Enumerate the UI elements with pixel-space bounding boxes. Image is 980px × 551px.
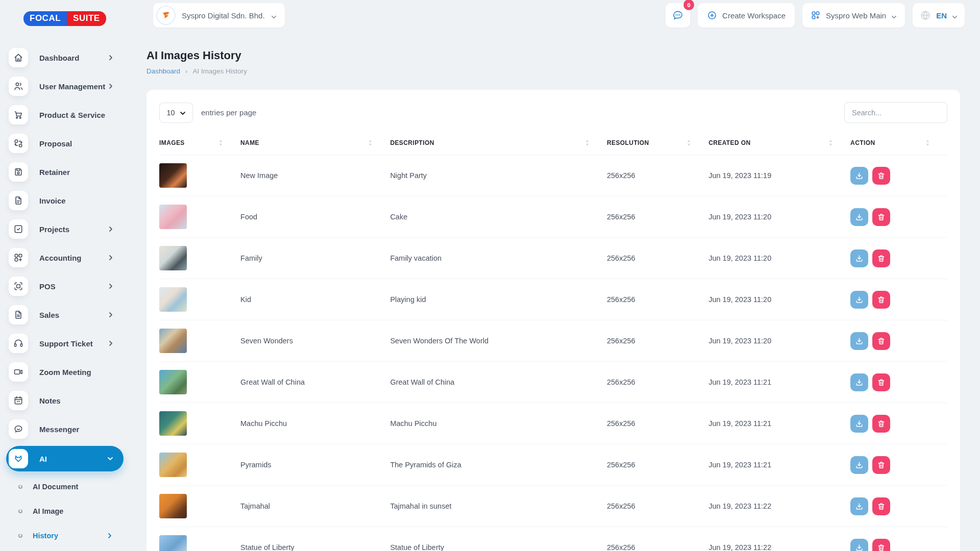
download-button[interactable] bbox=[850, 332, 868, 350]
sidebar-item-notes[interactable]: Notes bbox=[0, 386, 125, 415]
delete-button[interactable] bbox=[872, 249, 890, 267]
sidebar-item-sales[interactable]: Sales bbox=[0, 300, 125, 329]
delete-button[interactable] bbox=[872, 291, 890, 309]
sidebar-item-ai-image[interactable]: AI Image bbox=[0, 499, 125, 523]
row-thumbnail-image bbox=[159, 535, 187, 551]
sidebar-item-label: Accounting bbox=[39, 254, 82, 262]
row-created-on: Jun 19, 2023 11:21 bbox=[708, 378, 771, 386]
sidebar-icon-tile bbox=[9, 105, 28, 124]
download-icon bbox=[855, 295, 864, 304]
download-icon bbox=[855, 213, 864, 221]
bullet-icon bbox=[18, 485, 22, 489]
chevron-down-icon bbox=[180, 110, 186, 116]
sidebar-item-dashboard[interactable]: Dashboard bbox=[0, 43, 125, 72]
sidebar-item-ai[interactable]: AI bbox=[6, 446, 124, 471]
syspro-swoosh-icon bbox=[160, 10, 172, 21]
sidebar-item-ai-document[interactable]: AI Document bbox=[0, 474, 125, 499]
chevron-right-icon bbox=[108, 312, 114, 318]
download-button[interactable] bbox=[850, 208, 868, 226]
sidebar-item-invoice[interactable]: Invoice bbox=[0, 186, 125, 215]
table-row: Tajmahal Tajmahal in sunset 256x256 Jun … bbox=[159, 486, 947, 527]
breadcrumb-dashboard-link[interactable]: Dashboard bbox=[146, 67, 180, 75]
sort-icon[interactable] bbox=[368, 139, 373, 146]
row-resolution: 256x256 bbox=[607, 213, 635, 221]
sidebar-item-messenger[interactable]: Messenger bbox=[0, 415, 125, 443]
sidebar-item-retainer[interactable]: Retainer bbox=[0, 158, 125, 186]
row-description: Cake bbox=[390, 213, 407, 221]
sidebar-icon-tile bbox=[9, 191, 28, 210]
messages-button[interactable]: 0 bbox=[666, 3, 690, 28]
sort-icon[interactable] bbox=[585, 139, 590, 146]
sidebar-item-user-management[interactable]: User Management bbox=[0, 72, 125, 101]
row-name: Statue of Liberty bbox=[240, 543, 295, 551]
trash-icon bbox=[877, 543, 886, 551]
trash-icon bbox=[877, 171, 886, 180]
sidebar-item-pos[interactable]: POS bbox=[0, 272, 125, 300]
home-icon bbox=[13, 53, 23, 63]
row-actions bbox=[850, 373, 943, 391]
delete-button[interactable] bbox=[872, 539, 890, 551]
sidebar-item-zoom-meeting[interactable]: Zoom Meeting bbox=[0, 358, 125, 386]
sidebar-icon-tile bbox=[9, 134, 28, 153]
top-header: Syspro Digital Sdn. Bhd. 0 Create Worksp… bbox=[125, 0, 980, 31]
download-button[interactable] bbox=[850, 291, 868, 309]
download-button[interactable] bbox=[850, 415, 868, 433]
row-actions bbox=[850, 249, 943, 267]
web-main-selector[interactable]: Syspro Web Main bbox=[802, 3, 905, 28]
sidebar-item-support-ticket[interactable]: Support Ticket bbox=[0, 329, 125, 358]
row-description: The Pyramids of Giza bbox=[390, 461, 461, 469]
row-name: Machu Picchu bbox=[240, 419, 287, 428]
row-created-on: Jun 19, 2023 11:19 bbox=[708, 171, 771, 180]
download-button[interactable] bbox=[850, 167, 868, 185]
download-button[interactable] bbox=[850, 539, 868, 551]
row-description: Tajmahal in sunset bbox=[390, 502, 451, 510]
sidebar-item-projects[interactable]: Projects bbox=[0, 215, 125, 243]
sidebar-icon-tile bbox=[9, 277, 28, 296]
chevron-right-icon bbox=[108, 340, 114, 346]
delete-button[interactable] bbox=[872, 456, 890, 474]
delete-button[interactable] bbox=[872, 373, 890, 391]
download-icon bbox=[855, 543, 864, 551]
download-icon bbox=[855, 419, 864, 428]
sort-icon[interactable] bbox=[218, 139, 223, 146]
sidebar-item-proposal[interactable]: Proposal bbox=[0, 129, 125, 158]
sidebar-item-history[interactable]: History bbox=[0, 523, 125, 548]
table-row: Great Wall of China Great Wall of China … bbox=[159, 362, 947, 403]
workspace-selector[interactable]: Syspro Digital Sdn. Bhd. bbox=[153, 3, 285, 28]
delete-button[interactable] bbox=[872, 497, 890, 515]
header-actions: 0 Create Workspace Syspro Web Main EN bbox=[666, 3, 965, 28]
sort-icon[interactable] bbox=[828, 139, 833, 146]
row-thumbnail-image bbox=[159, 453, 187, 477]
row-description: Machu Picchu bbox=[390, 419, 436, 428]
delete-button[interactable] bbox=[872, 167, 890, 185]
create-workspace-button[interactable]: Create Workspace bbox=[698, 3, 795, 28]
focal-suite-logo[interactable]: FOCAL SUITE bbox=[23, 11, 106, 26]
calendar-icon bbox=[13, 395, 23, 406]
logo-suite: SUITE bbox=[67, 11, 106, 26]
download-button[interactable] bbox=[850, 249, 868, 267]
sort-icon[interactable] bbox=[687, 139, 691, 146]
file-icon bbox=[13, 310, 23, 320]
delete-button[interactable] bbox=[872, 208, 890, 226]
language-selector[interactable]: EN bbox=[913, 3, 965, 28]
entries-per-page-label: entries per page bbox=[201, 108, 256, 117]
download-button[interactable] bbox=[850, 497, 868, 515]
search-input[interactable] bbox=[844, 102, 947, 123]
row-resolution: 256x256 bbox=[607, 419, 635, 428]
sidebar-item-accounting[interactable]: Accounting bbox=[0, 243, 125, 272]
row-description: Seven Wonders Of The World bbox=[390, 337, 488, 345]
entries-per-page-select[interactable]: 10 bbox=[159, 103, 193, 123]
delete-button[interactable] bbox=[872, 332, 890, 350]
sidebar-item-label: Notes bbox=[39, 396, 61, 405]
row-created-on: Jun 19, 2023 11:20 bbox=[708, 295, 771, 304]
ai-submenu: AI Document AI Image History bbox=[0, 474, 125, 548]
sort-icon[interactable] bbox=[925, 139, 930, 146]
chevron-right-icon bbox=[108, 255, 114, 261]
fox-icon bbox=[13, 454, 23, 464]
chevron-right-icon bbox=[108, 283, 114, 289]
download-button[interactable] bbox=[850, 456, 868, 474]
sidebar-item-product-service[interactable]: Product & Service bbox=[0, 101, 125, 129]
row-actions bbox=[850, 456, 943, 474]
download-button[interactable] bbox=[850, 373, 868, 391]
delete-button[interactable] bbox=[872, 415, 890, 433]
